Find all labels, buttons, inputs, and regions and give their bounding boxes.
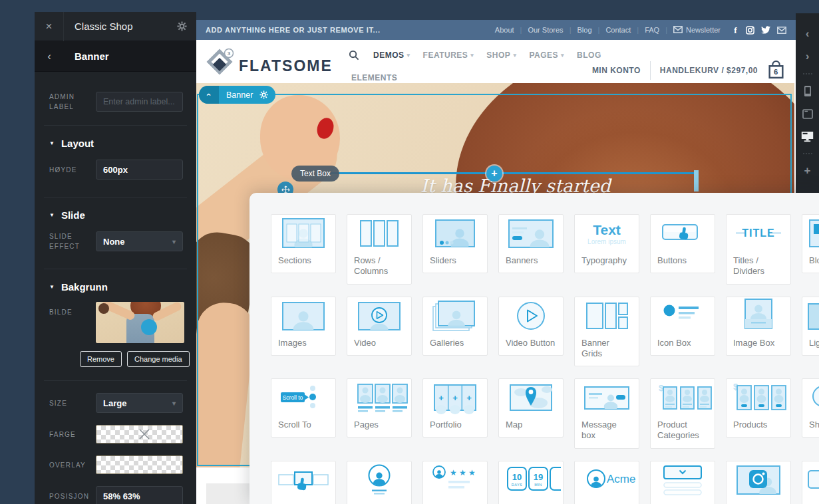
nav-item-pages[interactable]: PAGES▾	[529, 51, 564, 60]
facebook-icon[interactable]: f	[732, 26, 739, 35]
collapse-icon[interactable]: ‹	[199, 86, 219, 104]
topbar-link-faq[interactable]: FAQ	[645, 26, 659, 34]
element-card-sliders[interactable]: Sliders	[422, 214, 488, 273]
size-select[interactable]: Large ▾	[96, 393, 183, 413]
element-card-galleries[interactable]: Galleries	[422, 297, 488, 356]
element-card-sections[interactable]: Sections	[271, 214, 336, 273]
newsletter-link[interactable]: Newsletter	[673, 26, 721, 35]
element-card-products[interactable]: $Products	[726, 378, 791, 438]
element-card-banner-grids[interactable]: Banner Grids	[574, 297, 639, 367]
section-layout[interactable]: ▼ Layout	[49, 138, 196, 149]
chevron-down-icon: ▾	[172, 400, 176, 407]
element-card-banners[interactable]: Banners	[498, 214, 564, 273]
element-card-testimonials[interactable]: ★★★Testimonials	[422, 461, 488, 504]
nav-item-demos[interactable]: DEMOS▾	[373, 51, 410, 60]
svg-text:Text: Text	[593, 222, 621, 237]
section-slide[interactable]: ▼ Slide	[49, 209, 196, 221]
map-icon	[499, 379, 563, 416]
topbar-link-blog[interactable]: Blog	[577, 26, 591, 34]
textbox-resize-handle[interactable]	[694, 170, 699, 191]
gear-icon[interactable]	[177, 21, 196, 31]
element-card-map[interactable]: Map	[498, 378, 564, 438]
topbar-link-contact[interactable]: Contact	[605, 26, 631, 34]
element-card-lightbox[interactable]: Lig	[802, 297, 819, 356]
element-card-rows-columns[interactable]: Rows / Columns	[347, 214, 412, 285]
element-card-scroll-to[interactable]: Scroll toScroll To	[271, 378, 336, 438]
element-card-buttons[interactable]: Buttons	[650, 214, 715, 273]
cart-bag-icon[interactable]: 6	[767, 60, 785, 80]
cart-link[interactable]: HANDLEKURV / $297,00	[660, 66, 758, 75]
element-card-portfolio[interactable]: +++Portfolio	[422, 378, 488, 438]
brand-name[interactable]: FLATSOME	[239, 57, 333, 75]
remove-button[interactable]: Remove	[80, 351, 122, 367]
element-card-product-categories[interactable]: $Product Categories	[650, 378, 715, 449]
svg-text:Acme: Acme	[607, 473, 635, 485]
chevron-right-icon[interactable]: ›	[796, 45, 819, 68]
rows-columns-icon	[347, 215, 411, 252]
focal-point-dot[interactable]	[141, 319, 157, 335]
element-card-typography[interactable]: TextLorem ipsumTypography	[574, 214, 639, 273]
slide-effect-label: SLIDE EFFECT	[49, 231, 96, 251]
tablet-icon[interactable]	[796, 102, 819, 125]
element-card-images[interactable]: Images	[271, 297, 336, 356]
element-card-icon-box[interactable]: Icon Box	[650, 297, 715, 356]
element-card-blog-posts[interactable]: Blo	[802, 214, 819, 273]
element-card-label: Product Categories	[651, 416, 715, 448]
chevron-left-icon[interactable]: ‹	[796, 23, 819, 45]
element-card-video[interactable]: Video	[347, 297, 412, 356]
nav-item-blog[interactable]: BLOG	[577, 51, 601, 60]
nav-item-elements[interactable]: ELEMENTS	[351, 73, 397, 82]
slide-effect-select[interactable]: None ▾	[96, 231, 183, 251]
plus-icon[interactable]: +	[796, 160, 819, 182]
element-card-search[interactable]: Sea	[802, 461, 819, 504]
element-card-instagram-feed[interactable]: Instagram feed	[726, 461, 791, 504]
search-icon[interactable]	[349, 50, 359, 61]
flatsome-logo-icon[interactable]: 3	[206, 48, 235, 77]
svg-text:TITLE: TITLE	[742, 227, 774, 239]
farge-label: FARGE	[49, 430, 96, 440]
banners-icon	[499, 215, 563, 252]
farge-color-swatch[interactable]	[96, 425, 183, 443]
desktop-icon[interactable]	[796, 125, 819, 148]
icon-box-icon	[651, 297, 715, 334]
hoyde-input[interactable]: 600px	[96, 160, 183, 180]
element-card-accordion[interactable]: Accordion	[650, 461, 715, 504]
phone-icon[interactable]	[796, 80, 819, 102]
twitter-icon[interactable]	[761, 26, 770, 34]
gear-icon[interactable]	[259, 90, 275, 99]
element-card-share-icons[interactable]: Sha ico	[802, 378, 819, 438]
add-element-button[interactable]: +	[486, 166, 502, 182]
element-card-video-button[interactable]: Video Button	[498, 297, 564, 356]
element-card-pages[interactable]: Pages	[347, 378, 412, 438]
topbar-link-about[interactable]: About	[495, 26, 514, 34]
element-card-countdown[interactable]: 10DAYS19MINCountdown	[498, 461, 564, 504]
instagram-icon[interactable]	[746, 26, 754, 35]
background-image-thumbnail[interactable]	[96, 302, 184, 343]
element-card-logo[interactable]: AcmeLogo	[574, 461, 639, 504]
nav-item-features[interactable]: FEATURES▾	[423, 51, 474, 60]
nav-item-shop[interactable]: SHOP▾	[486, 51, 516, 60]
element-card-label: Banners	[499, 252, 563, 273]
element-card-message-box[interactable]: Message box	[574, 378, 639, 449]
section-bakgrunn[interactable]: ▼ Bakgrunn	[49, 281, 196, 293]
banner-element-pill[interactable]: ‹ Banner	[199, 86, 275, 104]
accordion-icon	[651, 461, 715, 499]
element-card-image-box[interactable]: Image Box	[726, 297, 791, 356]
email-icon[interactable]	[777, 27, 786, 34]
close-icon[interactable]: ×	[35, 12, 64, 41]
admin-label-input[interactable]: Enter admin label...	[96, 92, 183, 112]
element-card-team-member[interactable]: Team Member	[347, 461, 412, 504]
topbar-link-our-stores[interactable]: Our Stores	[528, 26, 563, 34]
element-card-label: Lig	[802, 334, 819, 355]
back-chevron-icon[interactable]: ‹	[35, 50, 64, 63]
account-link[interactable]: MIN KONTO	[592, 66, 641, 75]
titles-dividers-icon: TITLE	[727, 215, 790, 252]
posisjon-input[interactable]: 58% 63%	[96, 486, 183, 504]
element-card-titles-dividers[interactable]: TITLETitles / Dividers	[726, 214, 791, 285]
svg-text:+: +	[452, 393, 458, 403]
chevron-down-icon: ▾	[561, 52, 564, 59]
divider	[44, 125, 187, 126]
overlay-color-swatch[interactable]	[96, 455, 183, 474]
change-media-button[interactable]: Change media	[127, 351, 190, 367]
element-card-tabs[interactable]: Tabs	[271, 461, 336, 504]
